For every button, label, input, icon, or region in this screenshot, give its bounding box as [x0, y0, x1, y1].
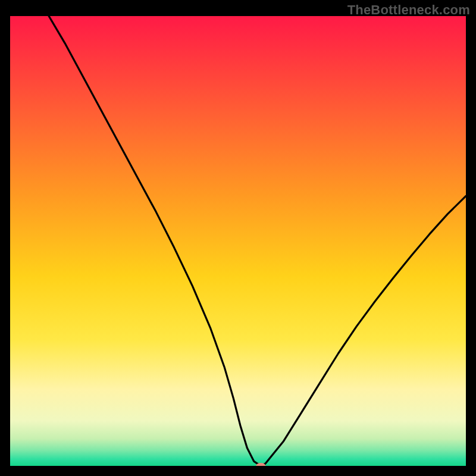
chart-frame: TheBottleneck.com — [0, 0, 476, 476]
bottleneck-plot — [10, 16, 466, 466]
plot-area — [10, 16, 466, 466]
gradient-background — [10, 16, 466, 466]
